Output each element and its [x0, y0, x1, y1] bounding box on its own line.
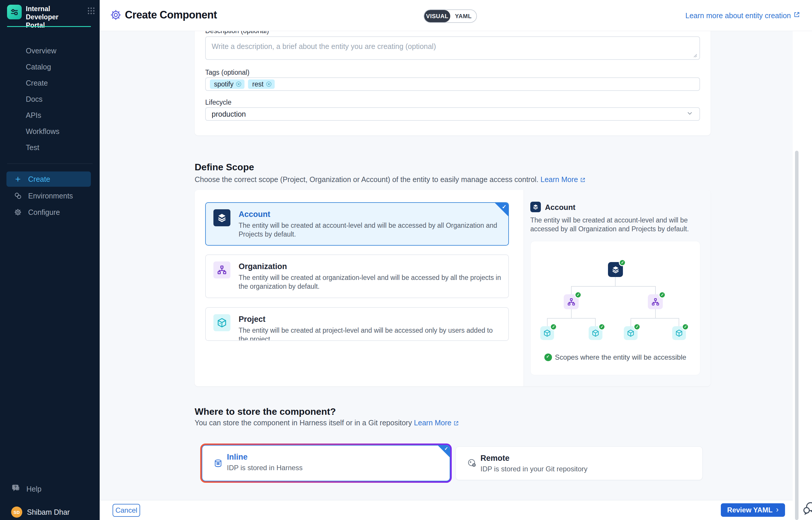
- visual-yaml-toggle: VISUAL YAML: [424, 9, 477, 23]
- storage-option-inline[interactable]: Inline IDP is stored in Harness: [202, 445, 450, 481]
- tag-chip-label: spotify: [214, 80, 233, 88]
- nav-label: APIs: [26, 111, 41, 119]
- diagram-project-node: [540, 326, 554, 340]
- external-link-icon: [580, 176, 586, 185]
- app-root: Internal Developer Portal Overview Catal…: [0, 0, 812, 520]
- sidebar-item-create-new[interactable]: + Create: [6, 172, 91, 187]
- scope-learn-more-link[interactable]: Learn More: [541, 175, 578, 183]
- review-yaml-label: Review YAML: [727, 506, 773, 514]
- diagram-caption: Scopes where the entity will be accessib…: [530, 353, 700, 361]
- define-scope-subtitle: Choose the correct scope (Project, Organ…: [195, 175, 586, 185]
- diagram-project-node: [624, 326, 637, 340]
- nav-label: Create: [26, 79, 48, 87]
- lifecycle-value: production: [212, 110, 246, 119]
- account-layers-icon: [213, 209, 230, 226]
- scope-option-description: The entity will be created at account-le…: [239, 221, 502, 239]
- cube-icon: [213, 314, 230, 331]
- sidebar-item-docs[interactable]: Docs: [0, 92, 100, 106]
- storage-subtitle: You can store the component in Harness i…: [195, 419, 459, 428]
- check-badge-icon: [659, 291, 666, 298]
- nav-label: Test: [26, 143, 39, 152]
- page-title: Create Component: [125, 9, 217, 21]
- review-yaml-button[interactable]: Review YAML ›: [721, 503, 785, 517]
- inline-storage-icon: [213, 459, 223, 470]
- diagram-account-node: [608, 262, 623, 277]
- selected-check-icon: [438, 446, 450, 457]
- remote-git-icon: [467, 458, 477, 469]
- sidebar-item-create[interactable]: Create: [0, 76, 100, 90]
- org-chart-icon: [213, 261, 230, 279]
- external-link-icon: [793, 11, 800, 20]
- resize-handle-icon[interactable]: [693, 53, 698, 59]
- cancel-button[interactable]: Cancel: [112, 504, 140, 517]
- sidebar-item-workflows[interactable]: Workflows: [0, 125, 100, 138]
- external-link-icon: [453, 419, 459, 428]
- scope-panel: Account The entity will be created at ac…: [195, 190, 711, 386]
- sidebar-item-environments[interactable]: Environments: [6, 188, 91, 203]
- user-menu[interactable]: SD Shibam Dhar: [0, 505, 100, 519]
- scope-option-title: Project: [239, 315, 266, 324]
- storage-option-description: IDP is stored in your Git repository: [480, 465, 587, 473]
- chat-support-icon[interactable]: [802, 501, 812, 517]
- tag-chip-label: rest: [252, 80, 263, 88]
- check-badge-icon: [598, 323, 605, 330]
- chevron-down-icon: [686, 109, 693, 119]
- tag-remove-icon[interactable]: [266, 81, 272, 87]
- toggle-visual[interactable]: VISUAL: [424, 10, 450, 22]
- chevron-right-icon: ›: [776, 505, 779, 514]
- check-badge-icon: [550, 323, 557, 330]
- create-label: Create: [28, 175, 50, 183]
- scrollbar-thumb[interactable]: [795, 151, 798, 520]
- sidebar-item-overview[interactable]: Overview: [0, 44, 100, 57]
- scope-option-project[interactable]: Project The entity will be created at pr…: [205, 307, 509, 341]
- diagram-org-node: [564, 294, 579, 309]
- learn-more-entity-link[interactable]: Learn more about entity creation: [685, 11, 800, 20]
- scope-option-account[interactable]: Account The entity will be created at ac…: [205, 202, 509, 245]
- page-header: Create Component VISUAL YAML Learn more …: [100, 0, 812, 31]
- scope-preview-description: The entity will be created at account-le…: [530, 216, 701, 233]
- scope-option-title: Organization: [239, 262, 287, 271]
- tags-input[interactable]: spotify rest: [205, 77, 700, 91]
- tag-remove-icon[interactable]: [236, 81, 241, 87]
- storage-option-description: IDP is stored in Harness: [227, 464, 303, 472]
- sidebar-item-configure[interactable]: Configure: [6, 205, 91, 220]
- plus-icon: +: [13, 175, 23, 183]
- svg-text:?: ?: [15, 485, 17, 489]
- help-label: Help: [26, 485, 41, 493]
- description-input[interactable]: [205, 36, 700, 60]
- sidebar-item-help[interactable]: ? Help: [0, 482, 100, 496]
- gear-icon: [13, 208, 23, 216]
- sidebar-item-apis[interactable]: APIs: [0, 108, 100, 122]
- scope-preview-title: Account: [545, 203, 575, 212]
- sidebar-item-catalog[interactable]: Catalog: [0, 60, 100, 74]
- sidebar-divider: [7, 163, 93, 164]
- account-layers-icon: [530, 202, 541, 212]
- scope-option-description: The entity will be created at project-le…: [239, 326, 502, 341]
- environments-icon: [13, 192, 23, 200]
- tag-chip: rest: [248, 79, 274, 89]
- diagram-project-node: [588, 326, 602, 340]
- help-icon: ?: [10, 483, 21, 495]
- scrollbar-gutter: [793, 31, 812, 520]
- storage-option-title: Remote: [480, 454, 509, 463]
- scope-option-organization[interactable]: Organization The entity will be created …: [205, 255, 509, 298]
- check-badge-icon: [575, 291, 582, 298]
- storage-option-title: Inline: [227, 452, 248, 462]
- lifecycle-label: Lifecycle: [205, 99, 231, 106]
- sidebar-item-test[interactable]: Test: [0, 141, 100, 154]
- check-circle-icon: [544, 354, 552, 361]
- storage-option-inline-highlight: Inline IDP is stored in Harness: [200, 443, 452, 483]
- tags-label: Tags (optional): [205, 69, 250, 77]
- diagram-project-node: [672, 326, 686, 340]
- diagram-caption-text: Scopes where the entity will be accessib…: [555, 353, 686, 361]
- configure-label: Configure: [28, 208, 60, 217]
- storage-subtitle-text: You can store the component in Harness i…: [195, 419, 412, 427]
- toggle-yaml[interactable]: YAML: [450, 10, 476, 22]
- harness-idp-logo-icon[interactable]: [7, 5, 22, 19]
- storage-learn-more-link[interactable]: Learn More: [414, 419, 451, 427]
- nav-label: Catalog: [26, 63, 51, 71]
- lifecycle-select[interactable]: production: [205, 107, 700, 121]
- diagram-org-node: [648, 294, 663, 309]
- check-badge-icon: [619, 259, 626, 266]
- storage-option-remote[interactable]: Remote IDP is stored in your Git reposit…: [455, 446, 703, 480]
